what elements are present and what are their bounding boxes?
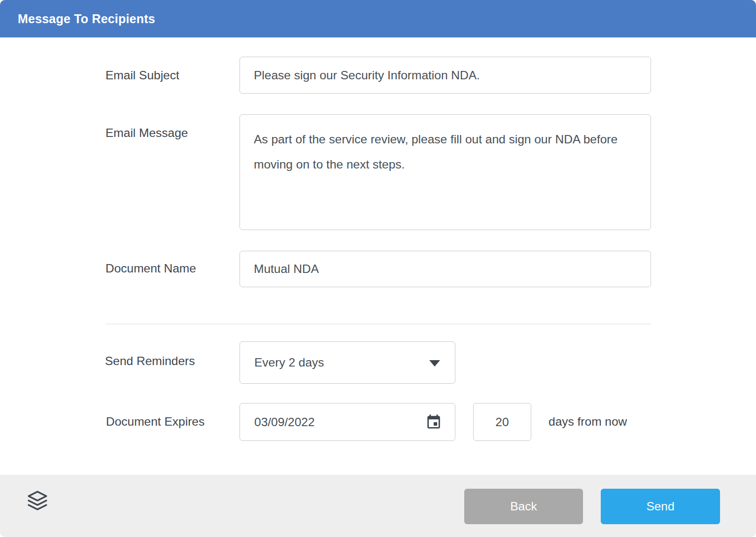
document-expires-date-value: 03/09/2022 — [254, 415, 315, 429]
calendar-icon[interactable] — [425, 414, 442, 431]
email-message-textarea[interactable]: As part of the service review, please fi… — [240, 114, 651, 230]
days-from-now-label: days from now — [549, 415, 627, 429]
document-name-label: Document Name — [105, 262, 196, 275]
page-title: Message To Recipients — [18, 12, 155, 26]
send-reminders-select[interactable]: Every 2 days — [240, 341, 455, 384]
email-message-label: Email Message — [105, 126, 188, 140]
document-expires-label: Document Expires — [106, 415, 205, 429]
expires-days-input[interactable] — [473, 403, 531, 441]
chevron-down-icon — [429, 360, 440, 367]
email-subject-input[interactable] — [240, 57, 651, 94]
layers-icon — [26, 489, 49, 512]
email-subject-label: Email Subject — [105, 68, 179, 82]
send-reminders-value: Every 2 days — [254, 356, 324, 369]
document-expires-date-input[interactable]: 03/09/2022 — [240, 403, 455, 441]
document-name-input[interactable] — [240, 251, 651, 287]
modal-footer: Back Send — [0, 475, 756, 537]
section-divider — [105, 324, 651, 324]
back-button[interactable]: Back — [464, 489, 583, 524]
send-button[interactable]: Send — [601, 489, 720, 524]
modal-header: Message To Recipients — [0, 0, 756, 37]
send-reminders-label: Send Reminders — [105, 354, 195, 368]
message-to-recipients-modal: Message To Recipients Email Subject Emai… — [0, 0, 756, 537]
